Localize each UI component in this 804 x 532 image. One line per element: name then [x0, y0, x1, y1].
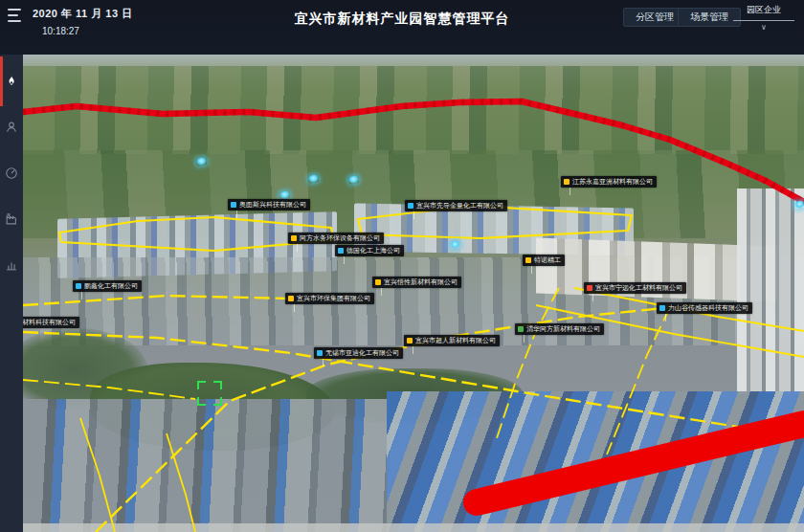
company-marker-label: 新顺新材料科技有限公司 — [23, 317, 76, 328]
company-marker-icon — [407, 338, 413, 344]
company-marker-icon — [587, 285, 592, 291]
company-marker[interactable]: 江苏永嘉亚洲材料有限公司 — [561, 176, 657, 188]
company-marker-icon — [231, 202, 236, 208]
company-marker-label: 德国化工上海公司 — [346, 245, 400, 256]
company-marker-layer: 奥图斯兴科技有限公司宜兴市先导金曼化工有限公司同方水务环保设备有限公司德国化工上… — [23, 55, 804, 532]
company-marker-icon — [525, 257, 531, 263]
company-marker-label: 宜兴市超人新材料有限公司 — [415, 335, 496, 346]
sidebar-item-monitor[interactable] — [0, 118, 23, 137]
company-marker-icon — [76, 283, 81, 289]
company-marker[interactable]: 清华同方新材料有限公司 — [515, 323, 604, 335]
selection-brackets — [197, 381, 222, 406]
company-marker-label: 特诺精工 — [534, 255, 561, 266]
park-enterprise-label: 园区企业 — [733, 4, 794, 21]
scene-management-button[interactable]: 场景管理 — [678, 8, 741, 27]
company-marker-label: 清华同方新材料有限公司 — [526, 323, 600, 335]
factory-icon — [5, 212, 18, 226]
flame-icon — [5, 75, 18, 88]
company-marker[interactable]: 力山谷传感器科技有限公司 — [657, 302, 752, 314]
map-3d-viewport[interactable]: 奥图斯兴科技有限公司宜兴市先导金曼化工有限公司同方水务环保设备有限公司德国化工上… — [23, 55, 804, 532]
company-marker-label: 宜兴市先导金曼化工有限公司 — [416, 200, 503, 211]
company-marker[interactable]: 宜兴市先导金曼化工有限公司 — [405, 200, 507, 211]
company-marker-icon — [408, 203, 413, 209]
left-toolbar — [0, 55, 23, 532]
company-marker-icon — [375, 279, 381, 285]
company-marker[interactable]: 特诺精工 — [523, 255, 565, 266]
company-marker-label: 宜兴市宁远化工材料有限公司 — [595, 282, 682, 294]
company-marker-label: 宜兴市环保集团有限公司 — [297, 293, 370, 304]
company-marker-icon — [288, 296, 294, 301]
company-marker-icon — [659, 305, 665, 311]
company-marker[interactable]: 奥图斯兴科技有限公司 — [228, 199, 310, 211]
company-marker[interactable]: 新顺新材料科技有限公司 — [23, 317, 79, 328]
sidebar-item-gauge[interactable] — [0, 164, 23, 183]
company-marker[interactable]: 无锡市亚迪化工有限公司 — [314, 347, 403, 359]
company-marker-label: 力山谷传感器科技有限公司 — [668, 302, 748, 314]
user-icon — [5, 121, 18, 134]
header-bar: 2020 年 11 月 13 日 10:18:27 宜兴市新材料产业园智慧管理平… — [0, 0, 804, 55]
company-marker-icon — [338, 248, 344, 254]
chevron-down-icon: ∨ — [733, 23, 794, 32]
gauge-icon — [5, 166, 18, 180]
company-marker[interactable]: 同方水务环保设备有限公司 — [288, 233, 384, 244]
company-marker[interactable]: 宜兴市超人新材料有限公司 — [404, 335, 500, 346]
company-marker[interactable]: 宜兴市环保集团有限公司 — [285, 293, 374, 304]
sidebar-item-factory[interactable] — [0, 210, 23, 229]
company-marker-label: 宜兴悟性新材料有限公司 — [384, 277, 458, 288]
sidebar-item-stats[interactable] — [0, 255, 23, 275]
sidebar-item-fire[interactable] — [0, 72, 23, 91]
company-marker-label: 鹏鑫化工有限公司 — [84, 280, 138, 292]
company-marker-icon — [518, 326, 524, 332]
company-marker[interactable]: 鹏鑫化工有限公司 — [73, 280, 142, 292]
company-marker-label: 奥图斯兴科技有限公司 — [239, 199, 306, 211]
company-marker[interactable]: 宜兴悟性新材料有限公司 — [372, 277, 461, 288]
company-marker[interactable]: 宜兴市宁远化工材料有限公司 — [584, 282, 686, 294]
park-enterprise-dropdown[interactable]: 园区企业 ∨ — [733, 4, 794, 32]
company-marker-icon — [291, 235, 297, 241]
company-marker-icon — [317, 350, 323, 356]
bar-chart-icon — [5, 258, 18, 272]
company-marker-label: 江苏永嘉亚洲材料有限公司 — [572, 176, 653, 188]
company-marker-label: 无锡市亚迪化工有限公司 — [325, 347, 399, 359]
company-marker-icon — [564, 179, 570, 185]
company-marker[interactable]: 德国化工上海公司 — [335, 245, 404, 256]
company-marker-label: 同方水务环保设备有限公司 — [300, 233, 380, 244]
